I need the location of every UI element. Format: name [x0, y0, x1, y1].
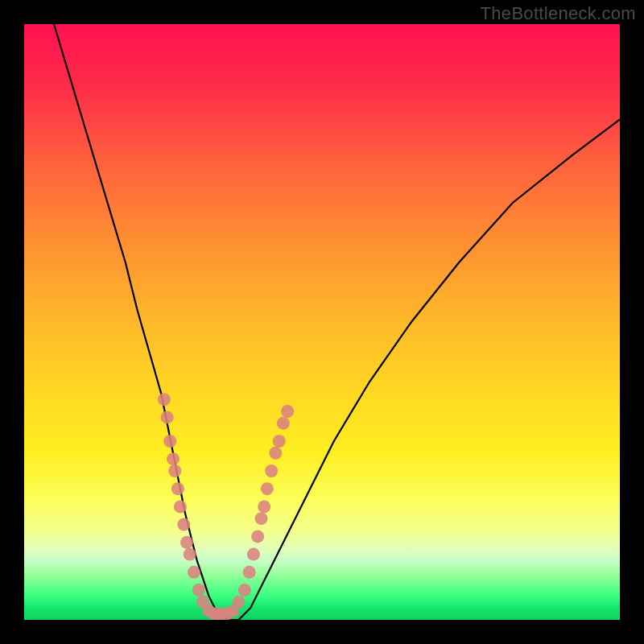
data-point	[258, 500, 270, 513]
data-point	[281, 405, 294, 418]
data-point	[167, 452, 180, 465]
data-point	[238, 584, 251, 597]
data-point	[277, 417, 290, 430]
data-point	[273, 435, 286, 448]
chart-container: TheBottleneck.com	[0, 0, 644, 644]
data-point	[192, 584, 205, 597]
data-point	[184, 548, 196, 561]
data-point	[251, 530, 264, 543]
data-point	[261, 482, 274, 495]
data-point	[174, 500, 187, 513]
data-point	[158, 393, 171, 406]
chart-overlay	[24, 24, 620, 620]
bottleneck-curve-line	[54, 24, 620, 620]
data-point	[232, 596, 245, 609]
data-point	[188, 566, 200, 579]
data-point	[255, 512, 268, 525]
data-point	[265, 464, 278, 477]
data-point	[171, 482, 184, 495]
data-points-group	[158, 393, 294, 620]
watermark-text: TheBottleneck.com	[481, 3, 636, 24]
data-point	[247, 548, 260, 561]
data-point	[243, 566, 256, 579]
data-point	[269, 447, 282, 460]
data-point	[180, 536, 193, 549]
data-point	[161, 411, 174, 423]
data-point	[177, 518, 190, 531]
data-point	[163, 435, 176, 448]
data-point	[168, 464, 181, 477]
